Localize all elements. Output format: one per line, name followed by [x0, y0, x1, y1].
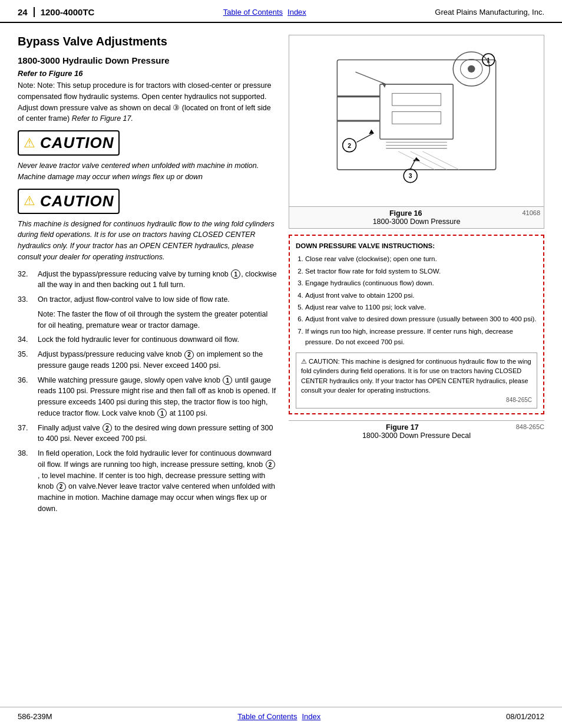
caution1-wrapper: ⚠ CAUTION Never leave tractor valve cent… — [18, 130, 277, 183]
figure17-caption: 848-265C Figure 17 1800-3000 Down Pressu… — [289, 420, 544, 442]
step-number: 32. — [18, 269, 34, 291]
step-number: 33. — [18, 294, 34, 305]
step-item: 35.Adjust bypass/pressure reducing valve… — [18, 349, 277, 371]
footer-index-link[interactable]: Index — [302, 712, 320, 721]
header-index-link[interactable]: Index — [287, 8, 306, 17]
step-note: Note: The faster the flow of oil through… — [18, 309, 277, 331]
valve-step-item: Set tractor flow rate for fold system to… — [305, 266, 537, 276]
header-company: Great Plains Manufacturing, Inc. — [435, 8, 544, 17]
steps-list: 32.Adjust the bypass/pressure reducing v… — [18, 269, 277, 515]
valve-caution-id: 848-265C — [301, 396, 532, 404]
svg-rect-0 — [300, 35, 533, 206]
valve-step-item: Adjust front valve to desired down press… — [305, 314, 537, 324]
svg-text:2: 2 — [348, 143, 351, 149]
step-item: 36.While watching pressure gauge, slowly… — [18, 375, 277, 419]
left-column: Bypass Valve Adjustments 1800-3000 Hydra… — [18, 35, 277, 519]
page: 24 1200-4000TC Table of Contents Index G… — [0, 0, 562, 728]
figure17-id: 848-265C — [516, 423, 544, 430]
step-text: On tractor, adjust flow-control valve to… — [38, 294, 230, 305]
model-number: 1200-4000TC — [41, 7, 95, 17]
step-item: 33.On tractor, adjust flow-control valve… — [18, 294, 277, 305]
valve-step-item: Engage hydraulics (continuous flow) down… — [305, 278, 537, 288]
footer-date: 08/01/2012 — [506, 712, 544, 721]
subsection-title: 1800-3000 Hydraulic Down Pressure — [18, 55, 277, 65]
figure16-box: 1 2 — [289, 35, 544, 229]
caution2-triangle-icon: ⚠ — [24, 195, 35, 207]
valve-instructions-title: DOWN PRESSURE VALVE INSTRUCTIONS: — [296, 241, 537, 251]
page-number: 24 — [18, 7, 35, 17]
step-text: In field operation, Lock the fold hydrau… — [38, 448, 277, 515]
right-column: 1 2 — [289, 35, 544, 519]
figure16-caption: 41068 Figure 16 1800-3000 Down Pressure — [289, 206, 544, 228]
valve-step-item: Adjust front valve to obtain 1200 psi. — [305, 290, 537, 301]
header-toc-link[interactable]: Table of Contents — [223, 8, 283, 17]
step-number: 35. — [18, 349, 34, 371]
section-title: Bypass Valve Adjustments — [18, 35, 277, 48]
figure16-svg: 1 2 — [289, 35, 544, 206]
step-number: 36. — [18, 375, 34, 419]
valve-instructions-box: DOWN PRESSURE VALVE INSTRUCTIONS: Close … — [289, 235, 544, 414]
step-item: 38.In field operation, Lock the fold hyd… — [18, 448, 277, 515]
footer-links: Table of Contents Index — [237, 712, 320, 721]
caution1-box: ⚠ CAUTION — [18, 130, 120, 156]
caution2-wrapper: ⚠ CAUTION This machine is designed for c… — [18, 189, 277, 263]
note-italic: Refer to Figure 17. — [72, 114, 133, 123]
step-number: 34. — [18, 334, 34, 345]
figure17-subcaption: 1800-3000 Down Pressure Decal — [362, 431, 471, 440]
svg-text:3: 3 — [409, 173, 412, 179]
caution2-label: CAUTION — [40, 192, 114, 210]
footer-toc-link[interactable]: Table of Contents — [237, 712, 297, 721]
footer: 586-239M Table of Contents Index 08/01/2… — [0, 707, 562, 728]
valve-step-item: Close rear valve (clockwise); open one t… — [305, 253, 537, 264]
caution2-box: ⚠ CAUTION — [18, 189, 120, 214]
step-text: Adjust bypass/pressure reducing valve kn… — [38, 349, 277, 371]
caution2-description: This machine is designed for continuos h… — [18, 219, 277, 263]
figure16-image: 1 2 — [289, 35, 544, 206]
header: 24 1200-4000TC Table of Contents Index G… — [0, 0, 562, 23]
footer-doc-number: 586-239M — [18, 712, 52, 721]
valve-step-item: Adjust rear valve to 1100 psi; lock valv… — [305, 302, 537, 312]
refer-figure: Refer to Figure 16 — [18, 69, 277, 78]
step-item: 37.Finally adjust valve 2 to the desired… — [18, 423, 277, 445]
step-number: 38. — [18, 448, 34, 515]
svg-text:1: 1 — [487, 57, 490, 64]
figure16-id: 41068 — [522, 209, 544, 216]
caution1-description: Never leave tractor valve centered when … — [18, 160, 277, 183]
step-text: While watching pressure gauge, slowly op… — [38, 375, 277, 419]
caution1-triangle-icon: ⚠ — [24, 137, 35, 150]
valve-step-item: If wings run too high, increase pressure… — [305, 326, 537, 348]
note-text: Note: Note: This setup procedure is for … — [18, 81, 272, 123]
valve-caution-note: ⚠ CAUTION: This machine is designed for … — [296, 353, 537, 409]
step-item: 32.Adjust the bypass/pressure reducing v… — [18, 269, 277, 291]
step-text: Adjust the bypass/pressure reducing valv… — [38, 269, 277, 291]
step-item: 34.Lock the fold hydraulic lever for con… — [18, 334, 277, 345]
note-faster-text: Note: The faster the flow of oil through… — [38, 309, 277, 331]
caution1-label: CAUTION — [40, 134, 114, 152]
note-block: Note: Note: This setup procedure is for … — [18, 80, 277, 124]
main-content: Bypass Valve Adjustments 1800-3000 Hydra… — [0, 23, 562, 555]
step-number: 37. — [18, 423, 34, 445]
header-left: 24 1200-4000TC — [18, 7, 94, 17]
figure16-num: Figure 16 — [389, 209, 422, 218]
valve-instructions-list: Close rear valve (clockwise); open one t… — [296, 253, 537, 347]
step-text: Finally adjust valve 2 to the desired wi… — [38, 423, 277, 445]
valve-caution-text: ⚠ CAUTION: This machine is designed for … — [301, 358, 531, 394]
step-text: Lock the fold hydraulic lever for contin… — [38, 334, 239, 345]
svg-point-4 — [468, 65, 475, 73]
figure17-num: Figure 17 — [386, 423, 419, 431]
header-links: Table of Contents Index — [223, 8, 306, 17]
figure16-subcaption: 1800-3000 Down Pressure — [373, 218, 461, 226]
